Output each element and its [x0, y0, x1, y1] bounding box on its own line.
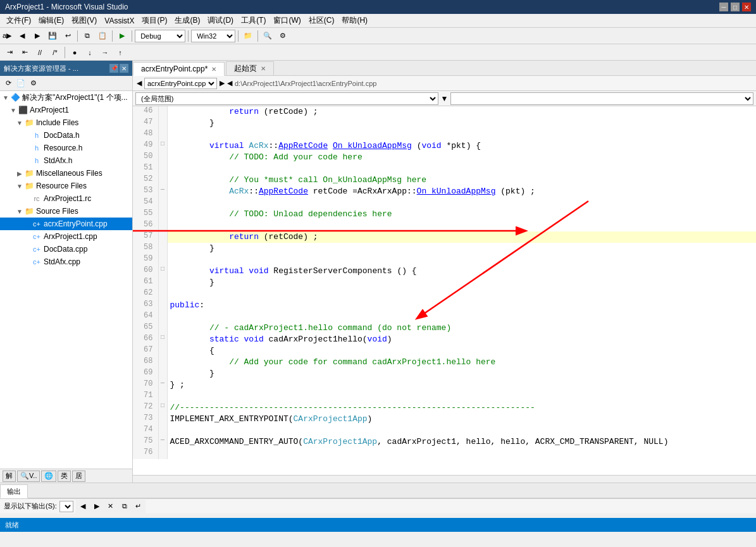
fold-57[interactable] [158, 231, 167, 243]
code-48[interactable] [167, 129, 756, 140]
tb2-comment-btn[interactable]: // [33, 46, 47, 59]
code-58[interactable]: } [167, 243, 756, 254]
tb2-over-btn[interactable]: → [98, 46, 112, 59]
code-55[interactable]: // TODO: Unload dependencies here [167, 209, 756, 220]
menu-edit[interactable]: 编辑(E) [35, 14, 68, 27]
code-72[interactable]: //--------------------------------------… [167, 402, 756, 414]
tree-docdatacpp[interactable]: c+ DocData.cpp [0, 243, 132, 255]
code-65[interactable]: // - cadArxProject1.hello command (do no… [167, 323, 756, 334]
tb-save-btn[interactable]: 💾 [46, 29, 59, 43]
menu-debug[interactable]: 调试(D) [204, 14, 237, 27]
tb-back-btn[interactable]: ◀ [15, 29, 29, 43]
code-62[interactable] [167, 288, 756, 300]
fold-51[interactable] [158, 163, 167, 175]
tree-resource-folder[interactable]: ▼ 📁 Resource Files [0, 180, 132, 192]
se-tree[interactable]: ▼ 🔷 解决方案"ArxProject1"(1 个项... ▼ ⬛ ArxPro… [0, 91, 132, 469]
code-61[interactable]: } [167, 277, 756, 288]
tree-toggle-misc[interactable]: ▶ [15, 170, 24, 177]
tree-project[interactable]: ▼ ⬛ ArxProject1 [0, 104, 132, 116]
fold-68[interactable] [158, 357, 167, 368]
fold-70[interactable]: — [158, 379, 167, 391]
code-67[interactable]: { [167, 345, 756, 357]
fold-55[interactable] [158, 209, 167, 220]
tb2-out-btn[interactable]: ↑ [113, 46, 127, 59]
tree-toggle-source[interactable]: ▼ [15, 208, 24, 215]
tree-toggle-solution[interactable]: ▼ [1, 94, 10, 101]
method-select[interactable] [450, 92, 753, 105]
fold-71[interactable] [158, 391, 167, 402]
maximize-button[interactable]: □ [731, 3, 740, 11]
menu-tools[interactable]: 工具(T) [237, 14, 270, 27]
tree-toggle-project[interactable]: ▼ [9, 107, 18, 114]
output-copy-btn[interactable]: ⧉ [118, 500, 132, 513]
tab-startpage[interactable]: 起始页 ✕ [226, 61, 274, 75]
menu-file[interactable]: 文件(F) [3, 14, 35, 27]
tree-stdafxh[interactable]: h StdAfx.h [0, 154, 132, 167]
tree-include-folder[interactable]: ▼ 📁 Include Files [0, 116, 132, 129]
menu-community[interactable]: 社区(C) [305, 14, 338, 27]
code-59[interactable] [167, 254, 756, 266]
fold-61[interactable] [158, 277, 167, 288]
fold-63[interactable] [158, 300, 167, 311]
tree-stdafxcpp[interactable]: c+ StdAfx.cpp [0, 255, 132, 268]
tree-docdatah[interactable]: h DocData.h [0, 129, 132, 142]
fold-52[interactable] [158, 175, 167, 186]
debug-config-select[interactable]: Debug Release [135, 30, 185, 42]
code-53[interactable]: AcRx::AppRetCode retCode =AcRxArxApp::On… [167, 186, 756, 197]
code-70[interactable]: } ; [167, 379, 756, 391]
output-next-btn[interactable]: ▶ [90, 500, 104, 513]
tb-find-btn[interactable]: 🔍 [261, 29, 275, 43]
minimize-button[interactable]: ─ [719, 3, 728, 11]
se-tab-btn1[interactable]: 解 [3, 470, 16, 482]
se-tab-btn2[interactable]: 🔍V.. [17, 470, 40, 482]
tree-source-folder[interactable]: ▼ 📁 Source Files [0, 205, 132, 218]
platform-select[interactable]: Win32 x64 [191, 30, 235, 42]
code-54[interactable] [167, 197, 756, 209]
tb-copy-btn[interactable]: ⧉ [80, 29, 94, 43]
tab-acrxentrypoint[interactable]: acrxEntryPoint.cpp* ✕ [133, 62, 225, 76]
editor-hscrollbar[interactable] [133, 475, 756, 482]
tree-arxproject1cpp[interactable]: c+ ArxProject1.cpp [0, 230, 132, 243]
tb-run-btn[interactable]: ▶ [115, 29, 129, 43]
tb-ext-btn[interactable]: ⚙ [276, 29, 290, 43]
tree-resourceh[interactable]: h Resource.h [0, 142, 132, 154]
fold-54[interactable] [158, 197, 167, 209]
output-prev-btn[interactable]: ◀ [76, 500, 90, 513]
tree-solution[interactable]: ▼ 🔷 解决方案"ArxProject1"(1 个项... [0, 91, 132, 104]
scope-select[interactable]: (全局范围) [135, 92, 438, 105]
tree-toggle-include[interactable]: ▼ [15, 120, 24, 126]
se-tab-btn3[interactable]: 🌐 [41, 470, 56, 482]
fold-66[interactable]: □ [158, 334, 167, 345]
tb2-uncomment-btn[interactable]: /* [48, 46, 62, 59]
code-64[interactable] [167, 311, 756, 323]
output-clear-btn[interactable]: ✕ [104, 500, 118, 513]
code-74[interactable] [167, 425, 756, 436]
fold-59[interactable] [158, 254, 167, 266]
menu-help[interactable]: 帮助(H) [338, 14, 371, 27]
code-63[interactable]: public: [167, 300, 756, 311]
tree-misc-folder[interactable]: ▶ 📁 Miscellaneous Files [0, 167, 132, 180]
se-tab-btn5[interactable]: 居 [72, 470, 85, 482]
code-47[interactable]: } [167, 118, 756, 129]
bottom-tab-output[interactable]: 输出 [0, 484, 28, 498]
fold-49[interactable]: □ [158, 140, 167, 152]
code-76[interactable] [167, 448, 756, 459]
tree-arxrc[interactable]: rc ArxProject1.rc [0, 192, 132, 205]
code-51[interactable] [167, 163, 756, 175]
output-wrap-btn[interactable]: ↵ [132, 500, 146, 513]
tb-folder-btn[interactable]: 📁 [241, 29, 255, 43]
code-60[interactable]: virtual void RegisterServerComponents ()… [167, 266, 756, 277]
tb-forward-btn[interactable]: ▶ [30, 29, 44, 43]
code-75[interactable]: ACED_ARXCOMMAND_ENTRY_AUTO(CArxProject1A… [167, 436, 756, 448]
fold-46[interactable] [158, 106, 167, 118]
menu-vassistx[interactable]: VAssistX [101, 15, 138, 27]
tab-close-start[interactable]: ✕ [261, 65, 266, 72]
fold-47[interactable] [158, 118, 167, 129]
fold-75[interactable]: — [158, 436, 167, 448]
code-73[interactable]: IMPLEMENT_ARX_ENTRYPOINT(CArxProject1App… [167, 414, 756, 425]
fold-76[interactable] [158, 448, 167, 459]
code-71[interactable] [167, 391, 756, 402]
fold-53[interactable]: — [158, 186, 167, 197]
fold-69[interactable] [158, 368, 167, 379]
code-46[interactable]: return (retCode) ; [167, 106, 756, 118]
